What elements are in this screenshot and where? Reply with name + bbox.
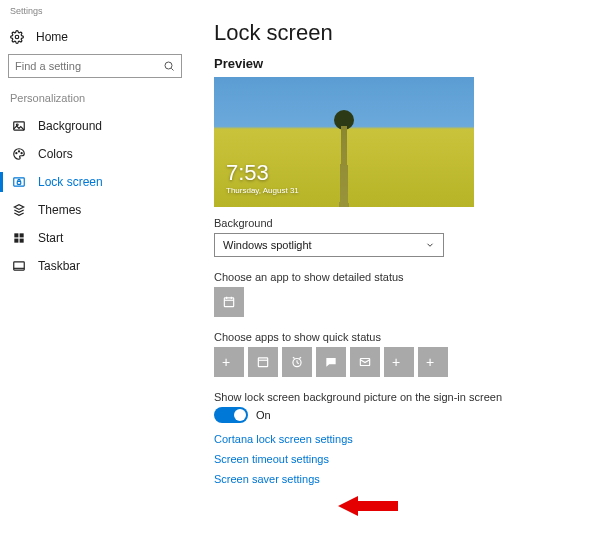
screen-timeout-link[interactable]: Screen timeout settings: [214, 453, 590, 465]
sidebar-item-label: Taskbar: [38, 259, 80, 273]
alarm-icon: [290, 355, 304, 369]
svg-rect-11: [20, 233, 24, 237]
lock-screen-preview[interactable]: 7:53 Thursday, August 31: [214, 77, 474, 207]
quick-status-tile-3[interactable]: [282, 347, 312, 377]
screen-saver-link[interactable]: Screen saver settings: [214, 473, 590, 485]
detailed-status-app-tile[interactable]: [214, 287, 244, 317]
quick-status-tile-5[interactable]: [350, 347, 380, 377]
toggle-state-label: On: [256, 409, 271, 421]
cortana-settings-link[interactable]: Cortana lock screen settings: [214, 433, 590, 445]
tree-graphic: [334, 110, 354, 130]
sidebar-item-label: Start: [38, 231, 63, 245]
message-icon: [324, 355, 338, 369]
plus-icon: +: [222, 355, 236, 369]
svg-point-7: [21, 153, 22, 154]
preview-clock: 7:53 Thursday, August 31: [226, 160, 299, 195]
svg-line-26: [299, 357, 301, 358]
background-value: Windows spotlight: [223, 239, 312, 251]
search-icon: [163, 60, 175, 72]
mail-icon: [358, 355, 372, 369]
sidebar-item-taskbar[interactable]: Taskbar: [8, 252, 182, 280]
quick-status-tile-1[interactable]: +: [214, 347, 244, 377]
svg-line-2: [171, 68, 173, 70]
chevron-down-icon: [425, 240, 435, 250]
svg-point-1: [165, 62, 172, 69]
signin-picture-label: Show lock screen background picture on t…: [214, 391, 590, 403]
quick-status-tile-6[interactable]: +: [384, 347, 414, 377]
quick-status-label: Choose apps to show quick status: [214, 331, 590, 343]
svg-rect-20: [258, 358, 267, 367]
sidebar-item-label: Background: [38, 119, 102, 133]
sidebar-item-colors[interactable]: Colors: [8, 140, 182, 168]
svg-rect-10: [14, 233, 18, 237]
sidebar: Settings Home Personalization Background…: [0, 0, 190, 540]
svg-rect-12: [14, 239, 18, 243]
sidebar-item-start[interactable]: Start: [8, 224, 182, 252]
svg-point-6: [18, 151, 19, 152]
svg-point-0: [15, 35, 19, 39]
start-icon: [12, 231, 26, 245]
home-nav[interactable]: Home: [8, 26, 182, 54]
content-pane: Lock screen Preview 7:53 Thursday, Augus…: [190, 0, 600, 540]
taskbar-icon: [12, 259, 26, 273]
svg-line-25: [293, 357, 295, 358]
svg-line-24: [297, 363, 299, 364]
quick-status-tile-2[interactable]: [248, 347, 278, 377]
quick-status-tile-7[interactable]: +: [418, 347, 448, 377]
search-field[interactable]: [15, 60, 163, 72]
page-title: Lock screen: [214, 20, 590, 46]
quick-status-tile-4[interactable]: [316, 347, 346, 377]
preview-date: Thursday, August 31: [226, 186, 299, 195]
svg-rect-13: [20, 239, 24, 243]
lock-screen-icon: [12, 175, 26, 189]
plus-icon: +: [426, 355, 440, 369]
sidebar-item-label: Themes: [38, 203, 81, 217]
plus-icon: +: [392, 355, 406, 369]
detailed-status-label: Choose an app to show detailed status: [214, 271, 590, 283]
sidebar-item-label: Colors: [38, 147, 73, 161]
preview-time: 7:53: [226, 160, 299, 186]
gear-icon: [10, 30, 24, 44]
calendar-icon: [256, 355, 270, 369]
themes-icon: [12, 203, 26, 217]
calendar-icon: [222, 295, 236, 309]
background-select[interactable]: Windows spotlight: [214, 233, 444, 257]
background-label: Background: [214, 217, 590, 229]
svg-rect-16: [224, 298, 233, 307]
app-title: Settings: [8, 6, 182, 16]
signin-picture-toggle[interactable]: [214, 407, 248, 423]
preview-label: Preview: [214, 56, 590, 71]
sidebar-item-themes[interactable]: Themes: [8, 196, 182, 224]
sidebar-item-background[interactable]: Background: [8, 112, 182, 140]
home-label: Home: [36, 30, 68, 44]
palette-icon: [12, 147, 26, 161]
section-label: Personalization: [10, 92, 182, 104]
svg-rect-9: [17, 181, 21, 184]
picture-icon: [12, 119, 26, 133]
sidebar-item-label: Lock screen: [38, 175, 103, 189]
svg-point-5: [16, 153, 17, 154]
sidebar-item-lock-screen[interactable]: Lock screen: [8, 168, 182, 196]
search-input[interactable]: [8, 54, 182, 78]
